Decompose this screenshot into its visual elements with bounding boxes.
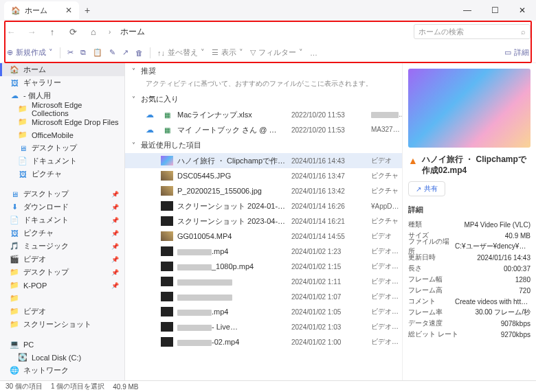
- file-row[interactable]: スクリーンショット 2023-04-09 1236…2024/01/14 16:…: [125, 214, 402, 229]
- sidebar-item-label: ダウンロード: [23, 202, 69, 212]
- file-date: 2022/10/20 11:53: [291, 111, 367, 119]
- file-name: .mp4: [177, 308, 287, 316]
- sidebar-item[interactable]: 🖼ピクチャ📌: [0, 227, 124, 240]
- back-icon[interactable]: ←: [5, 27, 16, 37]
- home-icon: 🏠: [11, 6, 21, 15]
- sidebar-item-label: PC: [23, 341, 34, 349]
- close-button[interactable]: ✕: [509, 5, 536, 15]
- cloud-icon: ☁: [146, 110, 157, 119]
- filter-button[interactable]: ▽ フィルター ˅: [250, 47, 303, 58]
- file-location: ¥AppData¥L…: [371, 203, 402, 210]
- file-date: 2024/01/02 1:00: [291, 338, 367, 346]
- sidebar-item-label: Microsoft Edge Drop Files: [32, 118, 119, 126]
- cloud-icon: ☁: [146, 125, 157, 135]
- sidebar-item[interactable]: 📄ドキュメント: [0, 154, 124, 168]
- file-row[interactable]: ☁▦マイ ノートブック さん @ 2022/10/20 11:53MA32777…: [125, 122, 402, 137]
- cut-icon[interactable]: ✂: [67, 48, 74, 57]
- file-row[interactable]: ☁▦Macラインナップ.xlsx2022/10/20 11:53 の OneDr…: [125, 107, 402, 122]
- sort-button[interactable]: ↑↓ 並べ替え ˅: [157, 47, 205, 58]
- sidebar-item[interactable]: 🖥デスクトップ: [0, 141, 124, 154]
- titlebar: 🏠 ホーム ✕ + — ☐ ✕: [0, 0, 536, 21]
- cloud-icon: ☁: [10, 91, 19, 100]
- sidebar-item[interactable]: 📁: [0, 292, 124, 305]
- file-row[interactable]: 2024/01/02 1:11ビデオ¥動画: [125, 274, 402, 289]
- file-name: ハノイ旅行 ・ Clipchampで作成02…: [177, 156, 287, 166]
- file-row[interactable]: .mp42024/01/02 1:05ビデオ¥動画: [125, 304, 402, 319]
- file-location: ピクチャ: [371, 186, 402, 196]
- sidebar-item[interactable]: 📁OfficeMobile: [0, 128, 124, 141]
- refresh-icon[interactable]: ⟳: [67, 27, 78, 37]
- sidebar-item[interactable]: 📄ドキュメント📌: [0, 214, 124, 227]
- delete-icon[interactable]: 🗑: [135, 49, 143, 57]
- sidebar-item[interactable]: 🖼ピクチャ: [0, 168, 124, 181]
- copy-icon[interactable]: ⧉: [80, 48, 86, 57]
- sidebar-item[interactable]: 🖥デスクトップ📌: [0, 187, 124, 200]
- file-row[interactable]: - Live…2024/01/02 1:03ビデオ¥動画: [125, 319, 402, 334]
- sidebar-item[interactable]: 💽Local Disk (C:): [0, 351, 124, 364]
- view-button[interactable]: ☰ 表示 ˅: [212, 47, 243, 58]
- file-row[interactable]: -02.mp42024/01/02 1:00ビデオ¥動画: [125, 334, 402, 349]
- file-row[interactable]: GG010054.MP42024/01/14 14:55ビデオ: [125, 229, 402, 244]
- file-row[interactable]: 2024/01/02 1:07ビデオ¥動画: [125, 289, 402, 304]
- forward-icon[interactable]: →: [26, 27, 37, 37]
- section-favorites[interactable]: ˅ お気に入り: [125, 91, 402, 107]
- file-row[interactable]: DSC05445.JPG2024/01/16 13:47ピクチャ: [125, 168, 402, 183]
- tab-home[interactable]: 🏠 ホーム ✕: [4, 1, 79, 19]
- file-name: スクリーンショット 2024-01-14 1626…: [177, 201, 287, 211]
- sidebar-item[interactable]: 📁K-POP📌: [0, 279, 124, 292]
- file-row[interactable]: P_20200215_155006.jpg2024/01/16 13:42ピクチ…: [125, 183, 402, 198]
- home-nav-icon[interactable]: ⌂: [88, 27, 99, 37]
- file-name: Macラインナップ.xlsx: [177, 110, 287, 120]
- file-row[interactable]: .mp42024/01/02 1:23ビデオ¥動画: [125, 244, 402, 259]
- sidebar-item[interactable]: 🖼ギャラリー: [0, 76, 124, 89]
- breadcrumb[interactable]: ホーム: [120, 26, 145, 38]
- file-date: 2024/01/02 1:03: [291, 323, 367, 331]
- toolbar: ⊕ 新規作成 ˅ ✂ ⧉ 📋 ✎ ↗ 🗑 ↑↓ 並べ替え ˅ ☰ 表示 ˅ ▽ …: [0, 43, 536, 63]
- sidebar-item-label: ギャラリー: [23, 78, 61, 88]
- file-row[interactable]: ハノイ旅行 ・ Clipchampで作成02…2024/01/16 14:43ビ…: [125, 153, 402, 168]
- sidebar-item[interactable]: 📁ビデオ: [0, 305, 124, 318]
- section-recommend[interactable]: ˅ 推奨: [125, 63, 402, 79]
- sidebar-item[interactable]: 🎵ミュージック📌: [0, 240, 124, 253]
- rename-icon[interactable]: ✎: [109, 48, 115, 57]
- section-title: お気に入り: [141, 94, 179, 104]
- sidebar-item[interactable]: 💻PC: [0, 338, 124, 351]
- new-button[interactable]: ⊕ 新規作成 ˅: [7, 47, 53, 58]
- minimize-button[interactable]: —: [454, 5, 481, 15]
- sidebar-item-label: OfficeMobile: [32, 131, 74, 139]
- sidebar-item[interactable]: ⬇ダウンロード📌: [0, 200, 124, 214]
- sidebar-item-label: ホーム: [23, 65, 46, 75]
- search-input[interactable]: ホームの検索 ⌕: [414, 24, 531, 39]
- paste-icon[interactable]: 📋: [93, 48, 102, 57]
- sidebar-item[interactable]: 🏠ホーム: [0, 63, 124, 76]
- thumbnail-icon: [161, 186, 173, 196]
- sidebar-item[interactable]: 📁Microsoft Edge Drop Files: [0, 115, 124, 128]
- folder-icon: 📁: [18, 104, 27, 113]
- prop-value: 9270kbps: [501, 331, 531, 338]
- sidebar-item[interactable]: 📁Microsoft Edge Collections: [0, 102, 124, 115]
- share-button[interactable]: ↗ 共有: [408, 181, 445, 196]
- thumbnail-icon: [161, 246, 173, 256]
- new-tab-button[interactable]: +: [85, 5, 90, 16]
- sidebar-item[interactable]: 🎬ビデオ📌: [0, 253, 124, 266]
- file-name: マイ ノートブック さん @: [177, 125, 287, 135]
- thumbnail-icon: [161, 292, 173, 301]
- details-toggle[interactable]: ▭ 詳細: [504, 47, 529, 58]
- section-recent[interactable]: ˅ 最近使用した項目: [125, 137, 402, 153]
- tab-close-icon[interactable]: ✕: [65, 5, 72, 15]
- sidebar-item[interactable]: 📁スクリーンショット: [0, 318, 124, 331]
- thumbnail-icon: [161, 156, 173, 165]
- up-icon[interactable]: ↑: [47, 27, 58, 37]
- file-row[interactable]: _1080p.mp42024/01/02 1:15ビデオ¥動画: [125, 259, 402, 274]
- file-row[interactable]: スクリーンショット 2024-01-14 1626…2024/01/14 16:…: [125, 198, 402, 214]
- sidebar-item[interactable]: 📁デスクトップ📌: [0, 266, 124, 279]
- file-date: 2024/01/16 14:43: [291, 157, 367, 165]
- more-button[interactable]: …: [310, 49, 317, 57]
- doc-icon: 📄: [10, 216, 19, 224]
- share-icon[interactable]: ↗: [122, 48, 129, 57]
- sidebar-item-label: ビデオ: [23, 254, 46, 264]
- sidebar-item[interactable]: 🌐ネットワーク: [0, 364, 124, 377]
- maximize-button[interactable]: ☐: [481, 5, 509, 15]
- file-name: スクリーンショット 2023-04-09 1236…: [177, 216, 287, 227]
- folder-icon: 📁: [18, 130, 27, 139]
